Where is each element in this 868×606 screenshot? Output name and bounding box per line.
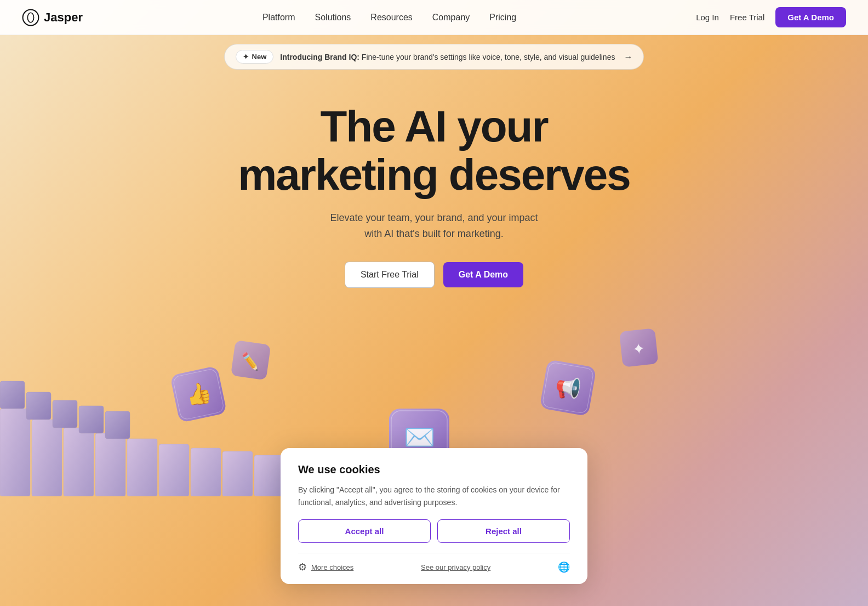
login-button[interactable]: Log In bbox=[696, 13, 719, 22]
logo[interactable]: Jasper bbox=[22, 9, 83, 26]
language-icon[interactable]: 🌐 bbox=[558, 561, 570, 573]
svg-rect-7 bbox=[127, 439, 157, 496]
hero-subtitle: Elevate your team, your brand, and your … bbox=[238, 210, 630, 242]
spark-icon: ✦ bbox=[243, 53, 249, 61]
svg-rect-17 bbox=[53, 400, 77, 428]
start-free-trial-button[interactable]: Start Free Trial bbox=[345, 262, 435, 288]
cookie-footer: ⚙ More choices See our privacy policy 🌐 bbox=[298, 553, 570, 573]
cookie-settings-icon[interactable]: ⚙ bbox=[298, 561, 307, 573]
svg-rect-4 bbox=[32, 420, 62, 496]
svg-point-0 bbox=[23, 9, 39, 25]
svg-rect-9 bbox=[191, 448, 221, 496]
accept-all-button[interactable]: Accept all bbox=[298, 519, 431, 543]
announcement-badge: ✦ New bbox=[236, 50, 274, 64]
hero-buttons: Start Free Trial Get A Demo bbox=[238, 262, 630, 288]
svg-text:✦: ✦ bbox=[631, 339, 646, 358]
svg-rect-10 bbox=[222, 451, 253, 496]
cookie-buttons: Accept all Reject all bbox=[298, 519, 570, 543]
hero-subtitle-line1: Elevate your team, your brand, and your … bbox=[330, 212, 538, 223]
floating-card-right: ✦ bbox=[619, 328, 658, 367]
hero-content: The AI your marketing deserves Elevate y… bbox=[227, 103, 641, 288]
nav-platform[interactable]: Platform bbox=[262, 13, 295, 22]
svg-rect-11 bbox=[254, 455, 284, 496]
svg-rect-3 bbox=[0, 409, 30, 496]
hero-title-line1: The AI your bbox=[320, 102, 547, 151]
more-choices-link[interactable]: More choices bbox=[311, 563, 353, 571]
get-demo-hero-button[interactable]: Get A Demo bbox=[443, 262, 523, 287]
announcement-bold: Introducing Brand IQ: bbox=[280, 53, 359, 61]
free-trial-button[interactable]: Free Trial bbox=[730, 13, 764, 22]
svg-rect-18 bbox=[79, 406, 104, 433]
nav-links: Platform Solutions Resources Company Pri… bbox=[262, 13, 516, 22]
svg-text:✏️: ✏️ bbox=[239, 350, 261, 371]
svg-rect-6 bbox=[95, 433, 125, 496]
privacy-policy-link[interactable]: See our privacy policy bbox=[421, 563, 490, 571]
hero-title: The AI your marketing deserves bbox=[238, 103, 630, 199]
logo-icon bbox=[22, 9, 39, 26]
floating-card-left: 👍 bbox=[170, 365, 227, 422]
svg-rect-5 bbox=[64, 428, 94, 496]
floating-card-far-left: ✏️ bbox=[231, 340, 271, 380]
hero-title-line2: marketing deserves bbox=[238, 150, 630, 199]
svg-rect-19 bbox=[105, 411, 130, 439]
svg-rect-16 bbox=[26, 392, 51, 420]
reject-all-button[interactable]: Reject all bbox=[437, 519, 570, 543]
announcement-text: Introducing Brand IQ: Fine-tune your bra… bbox=[280, 53, 615, 61]
nav-company[interactable]: Company bbox=[432, 13, 470, 22]
cookie-title: We use cookies bbox=[298, 463, 570, 476]
navbar: Jasper Platform Solutions Resources Comp… bbox=[0, 0, 868, 35]
nav-resources[interactable]: Resources bbox=[370, 13, 412, 22]
hero-subtitle-line2: with AI that's built for marketing. bbox=[364, 228, 504, 239]
svg-point-1 bbox=[27, 13, 33, 22]
svg-rect-15 bbox=[0, 381, 25, 409]
badge-label: New bbox=[252, 53, 267, 61]
nav-pricing[interactable]: Pricing bbox=[489, 13, 516, 22]
nav-solutions[interactable]: Solutions bbox=[315, 13, 351, 22]
floating-card-far-right: 📢 bbox=[539, 359, 596, 416]
announcement-bar[interactable]: ✦ New Introducing Brand IQ: Fine-tune yo… bbox=[224, 44, 644, 70]
cookie-footer-left: ⚙ More choices bbox=[298, 561, 353, 573]
get-demo-nav-button[interactable]: Get A Demo bbox=[775, 7, 846, 27]
announcement-arrow: → bbox=[624, 52, 632, 62]
nav-actions: Log In Free Trial Get A Demo bbox=[696, 7, 846, 27]
logo-text: Jasper bbox=[44, 10, 83, 25]
cookie-banner: We use cookies By clicking "Accept all",… bbox=[281, 448, 587, 584]
announcement-rest: Fine-tune your brand's settings like voi… bbox=[359, 53, 615, 61]
cookie-text: By clicking "Accept all", you agree to t… bbox=[298, 484, 570, 508]
svg-rect-8 bbox=[159, 444, 189, 496]
